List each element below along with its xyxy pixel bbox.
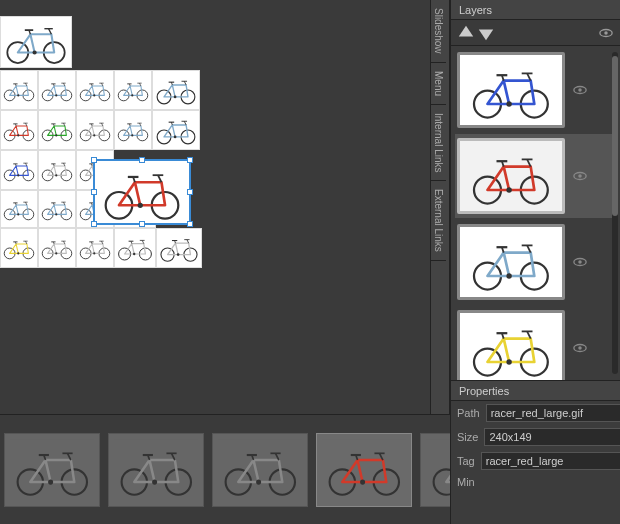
svg-point-63 [55, 134, 57, 136]
bike-thumb[interactable] [114, 70, 152, 110]
svg-rect-112 [1, 196, 37, 221]
filmstrip-thumb[interactable] [4, 433, 100, 507]
svg-rect-24 [77, 77, 113, 102]
layer-row[interactable] [457, 224, 616, 300]
layer-thumb[interactable] [457, 52, 565, 128]
side-tabs: SlideshowMenuInternal LinksExternal Link… [430, 0, 450, 414]
bike-thumb[interactable] [0, 70, 38, 110]
svg-rect-160 [77, 235, 113, 260]
svg-rect-144 [1, 235, 37, 260]
side-tab-internal-links[interactable]: Internal Links [431, 105, 446, 181]
layers-panel: Layers [450, 0, 620, 380]
svg-rect-56 [39, 117, 75, 142]
layer-row[interactable] [455, 134, 618, 218]
filmstrip-thumb[interactable] [212, 433, 308, 507]
svg-rect-168 [115, 234, 155, 262]
bike-thumb[interactable] [156, 228, 202, 268]
svg-rect-0 [1, 18, 71, 67]
layer-visibility-icon[interactable] [572, 82, 588, 98]
svg-point-191 [138, 203, 143, 208]
selection-handle[interactable] [187, 221, 193, 227]
svg-point-23 [55, 94, 57, 96]
properties-title: Properties [451, 381, 620, 401]
layer-row[interactable] [457, 310, 616, 380]
bike-thumb[interactable] [76, 228, 114, 268]
svg-point-95 [17, 174, 19, 176]
bike-thumb[interactable] [38, 70, 76, 110]
layers-scrollbar-thumb[interactable] [612, 56, 618, 216]
svg-point-87 [174, 136, 177, 139]
svg-point-221 [506, 273, 511, 278]
size-input[interactable] [484, 428, 620, 446]
svg-point-119 [17, 213, 19, 215]
selection-handle[interactable] [187, 157, 193, 163]
bike-thumb[interactable] [0, 228, 38, 268]
layers-scrollbar[interactable] [612, 52, 618, 374]
bike-thumb[interactable] [38, 110, 76, 150]
svg-rect-224 [466, 317, 556, 380]
layer-visibility-icon[interactable] [572, 340, 588, 356]
svg-rect-32 [115, 77, 151, 102]
svg-point-193 [604, 31, 608, 35]
layer-down-button[interactable] [477, 24, 495, 42]
size-label: Size [457, 431, 478, 443]
svg-rect-120 [39, 196, 75, 221]
filmstrip-thumb[interactable] [108, 433, 204, 507]
svg-point-265 [360, 480, 365, 485]
layer-thumb[interactable] [457, 138, 565, 214]
bike-thumb[interactable] [76, 70, 114, 110]
path-input[interactable] [486, 404, 620, 422]
layer-up-button[interactable] [457, 24, 475, 42]
bike-thumb[interactable] [0, 16, 72, 68]
layer-thumb[interactable] [457, 310, 565, 380]
bike-thumb[interactable] [114, 228, 156, 268]
bike-thumb[interactable] [114, 110, 152, 150]
bike-thumb[interactable] [0, 190, 38, 228]
svg-rect-64 [77, 117, 113, 142]
svg-point-15 [17, 94, 19, 96]
svg-rect-88 [1, 157, 37, 182]
svg-rect-96 [39, 157, 75, 182]
layer-visibility-icon[interactable] [572, 168, 588, 184]
bike-thumb[interactable] [152, 110, 200, 150]
layer-visibility-icon[interactable] [572, 254, 588, 270]
svg-rect-242 [114, 440, 199, 499]
bike-thumb[interactable] [38, 190, 76, 228]
bike-thumb[interactable] [38, 150, 76, 190]
side-tab-menu[interactable]: Menu [431, 63, 446, 105]
canvas[interactable] [0, 0, 430, 414]
bike-thumb[interactable] [0, 110, 38, 150]
tag-input[interactable] [481, 452, 620, 470]
selected-bike[interactable] [94, 160, 190, 224]
svg-point-203 [578, 88, 582, 92]
filmstrip[interactable] [0, 414, 450, 524]
svg-point-103 [55, 174, 57, 176]
svg-rect-176 [157, 233, 201, 264]
bike-thumb[interactable] [38, 228, 76, 268]
bike-thumb[interactable] [0, 150, 38, 190]
svg-rect-16 [39, 77, 75, 102]
selection-handle[interactable] [91, 221, 97, 227]
selection-handle[interactable] [91, 189, 97, 195]
layers-title: Layers [451, 0, 620, 20]
visibility-toggle-all[interactable] [598, 25, 614, 41]
svg-rect-80 [153, 114, 199, 146]
svg-point-7 [33, 50, 37, 54]
svg-point-213 [578, 174, 582, 178]
properties-panel: Properties Path Size Tag Min [450, 380, 620, 524]
filmstrip-thumb[interactable] [316, 433, 412, 507]
side-tab-slideshow[interactable]: Slideshow [431, 0, 446, 63]
selection-handle[interactable] [139, 221, 145, 227]
side-tab-external-links[interactable]: External Links [431, 181, 446, 261]
layers-list[interactable] [451, 46, 620, 380]
bike-layout[interactable] [0, 8, 204, 268]
selection-handle[interactable] [139, 157, 145, 163]
layer-thumb[interactable] [457, 224, 565, 300]
bike-thumb[interactable] [152, 70, 200, 110]
selection-handle[interactable] [187, 189, 193, 195]
bike-thumb[interactable] [76, 110, 114, 150]
layer-row[interactable] [457, 52, 616, 128]
selection-handle[interactable] [91, 157, 97, 163]
filmstrip-thumb[interactable] [420, 433, 450, 507]
svg-point-167 [93, 252, 95, 254]
